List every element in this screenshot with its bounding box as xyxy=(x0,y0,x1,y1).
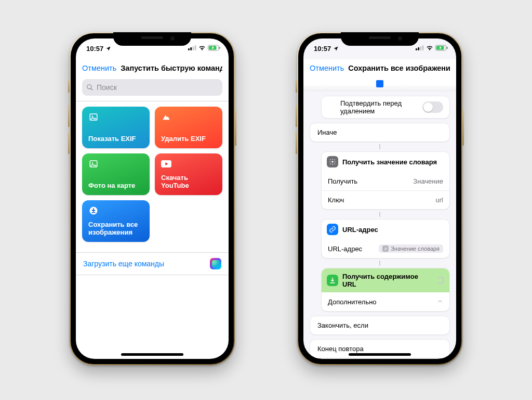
load-more-row[interactable]: Загрузить еще команды xyxy=(76,252,229,275)
connector xyxy=(379,261,380,266)
svg-point-12 xyxy=(92,162,93,163)
svg-rect-2 xyxy=(192,46,194,50)
phone-left: 10:57 Отме xyxy=(70,32,235,365)
notch xyxy=(113,32,191,46)
shortcut-tile[interactable]: Скачать YouTube xyxy=(155,153,222,195)
action-get-url-contents[interactable]: Получить содержимое URL Дополнительно xyxy=(321,268,450,312)
phone-right: 10:57 Отме xyxy=(297,32,462,365)
image-icon xyxy=(88,159,99,169)
page-title: Запустить быструю команду xyxy=(121,64,222,72)
param-value[interactable]: url xyxy=(436,196,443,204)
svg-rect-6 xyxy=(219,47,220,49)
load-more-label: Загрузить еще команды xyxy=(83,260,164,268)
shortcut-name: Сохранить все изображения xyxy=(88,221,143,237)
confirm-label: Подтвердить перед удалением xyxy=(340,99,422,115)
svg-rect-1 xyxy=(190,47,192,50)
stop-button[interactable] xyxy=(376,80,383,87)
power-button[interactable] xyxy=(235,110,236,146)
action-header: URL-адрес xyxy=(342,226,378,234)
shortcut-tile[interactable]: Показать EXIF xyxy=(82,107,150,148)
status-time: 10:57 xyxy=(314,45,331,53)
home-indicator[interactable] xyxy=(121,353,183,356)
svg-rect-21 xyxy=(447,47,448,49)
download-icon xyxy=(327,275,338,286)
battery-icon xyxy=(435,45,448,51)
shortcut-name: Удалить EXIF xyxy=(161,135,216,143)
param-label: Получить xyxy=(328,177,413,185)
svg-rect-17 xyxy=(420,46,421,50)
cancel-button[interactable]: Отменить xyxy=(310,64,344,72)
shortcuts-app-icon xyxy=(210,258,221,269)
action-header: Получить содержимое URL xyxy=(342,273,433,288)
silence-switch[interactable] xyxy=(296,80,297,93)
action-confirm-delete: Подтвердить перед удалением xyxy=(321,96,450,119)
search-input[interactable]: Поиск xyxy=(82,79,222,96)
shortcut-name: Показать EXIF xyxy=(88,135,143,143)
wifi-icon xyxy=(426,45,433,50)
wifi-icon xyxy=(198,45,206,50)
svg-rect-3 xyxy=(195,45,196,50)
variable-chip[interactable]: x Значение словаря xyxy=(379,244,443,253)
svg-point-22 xyxy=(331,161,334,163)
page-title: Сохранить все изображения xyxy=(348,64,450,72)
status-time: 10:57 xyxy=(86,45,103,53)
download-icon xyxy=(88,205,99,216)
endif-label: Закончить, если xyxy=(317,321,368,329)
cellular-icon xyxy=(416,45,424,50)
shortcut-tile[interactable]: Сохранить все изображения xyxy=(82,200,150,242)
location-icon xyxy=(105,46,111,51)
power-button[interactable] xyxy=(462,110,464,146)
shortcut-name: Скачать YouTube xyxy=(161,174,216,190)
mountain-icon xyxy=(161,112,171,122)
shortcut-tile[interactable]: Фото на карте xyxy=(82,153,150,195)
nav-bar: Отменить Сохранить все изображения xyxy=(303,59,456,77)
action-get-dictionary-value[interactable]: Получить значение словаря Получить Значе… xyxy=(321,151,450,210)
volume-up-button[interactable] xyxy=(68,105,70,127)
image-icon xyxy=(88,112,99,122)
svg-line-8 xyxy=(91,88,93,91)
volume-up-button[interactable] xyxy=(296,105,297,127)
volume-down-button[interactable] xyxy=(68,132,70,154)
endrepeat-label: Конец повтора xyxy=(317,345,364,353)
running-indicator xyxy=(303,77,456,92)
chevron-up-icon[interactable] xyxy=(437,298,443,306)
param-value[interactable]: Значение xyxy=(413,177,443,185)
cellular-icon xyxy=(188,45,196,50)
endif-block[interactable]: Закончить, если xyxy=(310,316,450,335)
param-label: URL-адрес xyxy=(328,245,379,253)
action-url[interactable]: URL-адрес URL-адрес x Значение словаря xyxy=(321,219,450,259)
actions-scroll[interactable]: Подтвердить перед удалением Иначе Получи… xyxy=(303,96,456,359)
chip-label: Значение словаря xyxy=(391,246,440,252)
svg-point-10 xyxy=(92,115,93,117)
search-icon xyxy=(86,84,94,91)
battery-icon xyxy=(208,45,220,51)
param-label: Дополнительно xyxy=(328,298,437,306)
search-placeholder: Поиск xyxy=(97,83,117,92)
else-label: Иначе xyxy=(317,128,337,136)
svg-rect-16 xyxy=(418,47,419,50)
spinner-icon xyxy=(437,277,444,284)
else-block[interactable]: Иначе xyxy=(310,123,450,142)
connector xyxy=(379,144,380,149)
shortcut-tile[interactable]: Удалить EXIF xyxy=(155,107,222,148)
gear-icon xyxy=(327,156,338,167)
location-icon xyxy=(333,46,339,51)
youtube-icon xyxy=(161,159,171,169)
home-indicator[interactable] xyxy=(349,353,411,356)
svg-rect-0 xyxy=(188,48,190,50)
svg-rect-15 xyxy=(416,48,417,50)
param-label: Ключ xyxy=(328,196,436,204)
link-icon xyxy=(327,224,338,235)
variable-icon: x xyxy=(382,246,389,252)
silence-switch[interactable] xyxy=(68,80,70,93)
cancel-button[interactable]: Отменить xyxy=(82,64,116,72)
shortcut-grid: Показать EXIF Удалить EXIF Фото на карте xyxy=(76,107,229,242)
confirm-toggle[interactable] xyxy=(422,101,443,113)
volume-down-button[interactable] xyxy=(296,132,297,154)
divider xyxy=(76,101,229,101)
shortcut-name: Фото на карте xyxy=(88,182,143,190)
screen-right: 10:57 Отме xyxy=(303,38,456,359)
nav-bar: Отменить Запустить быструю команду xyxy=(76,59,229,77)
notch xyxy=(341,32,419,46)
svg-rect-18 xyxy=(422,45,424,50)
